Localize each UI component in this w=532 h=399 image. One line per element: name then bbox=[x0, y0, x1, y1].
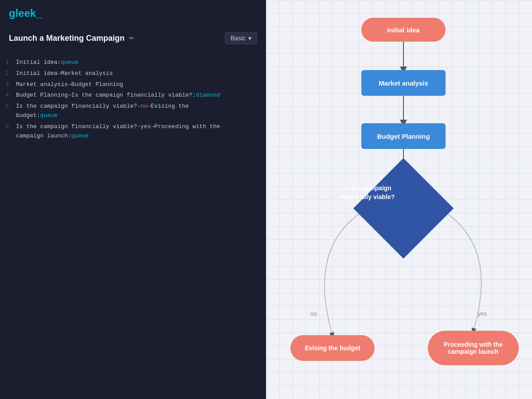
node-market-analysis-label: Market analysis bbox=[379, 79, 428, 87]
node-initial-idea: Initial idea bbox=[361, 18, 446, 42]
chevron-down-icon: ▾ bbox=[248, 35, 251, 42]
flowchart-panel: Initial idea Market analysis Budget Plan… bbox=[266, 0, 532, 399]
label-no: no bbox=[310, 310, 317, 317]
code-line-2: 2 Initial idea→Market analysis bbox=[0, 68, 266, 79]
line-content-4: Budget Planning→Is the campaign financia… bbox=[16, 91, 266, 100]
line-number-1: 1 bbox=[0, 58, 16, 67]
line-number-2: 2 bbox=[0, 69, 16, 78]
top-bar: gleek_ bbox=[0, 0, 266, 27]
node-budget-planning-label: Budget Planning bbox=[377, 133, 430, 140]
dropdown-label: Basic bbox=[231, 35, 246, 42]
left-panel: gleek_ Launch a Marketing Campaign ✏ Bas… bbox=[0, 0, 266, 399]
code-editor[interactable]: 1 Initial idea:queue 2 Initial idea→Mark… bbox=[0, 50, 266, 399]
node-budget-planning: Budget Planning bbox=[361, 123, 446, 149]
line-number-6: 6 bbox=[0, 122, 16, 132]
page-title: Launch a Marketing Campaign bbox=[9, 34, 125, 43]
node-proceeding-label: Proceeding with the campaign launch bbox=[435, 341, 512, 355]
logo: gleek_ bbox=[9, 7, 42, 20]
code-line-6: 6 Is the campaign financially viable?-ye… bbox=[0, 121, 266, 142]
code-line-3: 3 Market analysis→Budget Planning bbox=[0, 79, 266, 90]
title-row: Launch a Marketing Campaign ✏ Basic ▾ bbox=[0, 27, 266, 50]
code-line-1: 1 Initial idea:queue bbox=[0, 57, 266, 68]
label-yes: yes bbox=[478, 310, 487, 317]
node-proceeding: Proceeding with the campaign launch bbox=[428, 331, 519, 365]
line-number-4: 4 bbox=[0, 91, 16, 100]
node-initial-idea-label: Initial idea bbox=[387, 26, 419, 34]
node-evising: Evising the budget bbox=[290, 335, 375, 361]
dropdown-basic[interactable]: Basic ▾ bbox=[225, 32, 257, 44]
node-market-analysis: Market analysis bbox=[361, 70, 446, 96]
line-number-5: 5 bbox=[0, 102, 16, 111]
line-number-3: 3 bbox=[0, 80, 16, 90]
line-content-2: Initial idea→Market analysis bbox=[16, 69, 266, 78]
node-evising-label: Evising the budget bbox=[305, 344, 360, 352]
line-content-3: Market analysis→Budget Planning bbox=[16, 80, 266, 90]
logo-text: gleek_ bbox=[9, 7, 42, 19]
code-line-4: 4 Budget Planning→Is the campaign financ… bbox=[0, 90, 266, 101]
title-container: Launch a Marketing Campaign ✏ bbox=[9, 34, 134, 43]
line-content-5: Is the campaign financially viable?-no→E… bbox=[16, 102, 266, 121]
node-diamond bbox=[353, 158, 454, 258]
code-line-5: 5 Is the campaign financially viable?-no… bbox=[0, 101, 266, 121]
logo-underscore: _ bbox=[36, 7, 42, 19]
edit-icon[interactable]: ✏ bbox=[129, 35, 134, 42]
line-content-6: Is the campaign financially viable?-yes→… bbox=[16, 122, 266, 141]
line-content-1: Initial idea:queue bbox=[16, 58, 266, 67]
